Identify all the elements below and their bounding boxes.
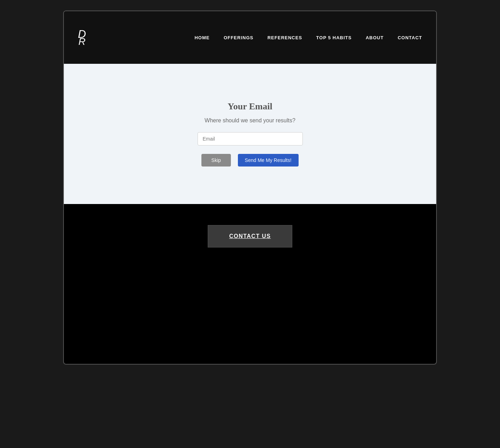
nav-offerings[interactable]: OFFERINGS <box>224 35 253 40</box>
nav-contact[interactable]: CONTACT <box>398 35 422 40</box>
email-section: Your Email Where should we send your res… <box>145 101 355 167</box>
nav-top5habits[interactable]: TOP 5 HABITS <box>316 35 352 40</box>
nav-about[interactable]: ABOUT <box>366 35 384 40</box>
logo-r: R <box>78 37 85 47</box>
skip-button[interactable]: Skip <box>201 154 231 167</box>
main-content: Your Email Where should we send your res… <box>64 64 436 204</box>
email-input[interactable] <box>198 132 303 145</box>
main-nav: HOME OFFERINGS REFERENCES TOP 5 HABITS A… <box>194 35 422 40</box>
browser-window: D R HOME OFFERINGS REFERENCES TOP 5 HABI… <box>63 11 437 365</box>
send-results-button[interactable]: Send Me My Results! <box>238 154 299 167</box>
email-subtitle: Where should we send your results? <box>205 117 295 124</box>
nav-home[interactable]: HOME <box>194 35 209 40</box>
site-logo: D R <box>78 28 86 47</box>
contact-us-button[interactable]: CONTACT US <box>208 225 292 247</box>
button-row: Skip Send Me My Results! <box>201 154 298 167</box>
site-header: D R HOME OFFERINGS REFERENCES TOP 5 HABI… <box>64 11 436 64</box>
footer-section: CONTACT US <box>64 204 436 355</box>
email-title: Your Email <box>228 101 272 112</box>
nav-references[interactable]: REFERENCES <box>267 35 302 40</box>
